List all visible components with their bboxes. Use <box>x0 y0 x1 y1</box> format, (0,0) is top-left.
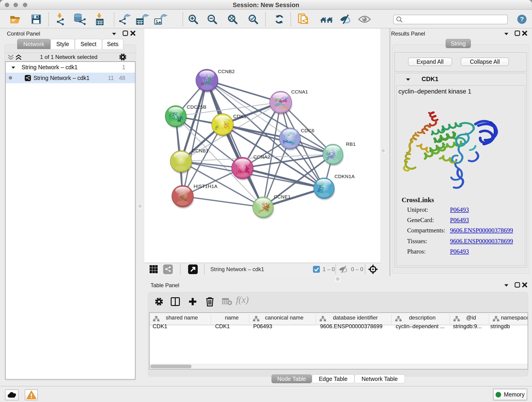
svg-text:RB1: RB1 <box>346 141 355 147</box>
svg-text:CCNA1: CCNA1 <box>291 89 308 95</box>
svg-text:CDKN1A: CDKN1A <box>335 174 355 179</box>
svg-text:CCNE1: CCNE1 <box>274 194 291 199</box>
svg-text:CCNB2: CCNB2 <box>218 69 235 74</box>
svg-text:CCNB1: CCNB1 <box>192 148 209 153</box>
svg-text:CDK1: CDK1 <box>233 114 247 119</box>
svg-text:CDC6: CDC6 <box>301 128 314 133</box>
svg-text:CCNA2: CCNA2 <box>253 154 270 160</box>
svg-text:?: ? <box>520 16 524 23</box>
svg-text:HIST1H1A: HIST1H1A <box>194 184 217 189</box>
svg-text:CDC25B: CDC25B <box>187 104 206 109</box>
